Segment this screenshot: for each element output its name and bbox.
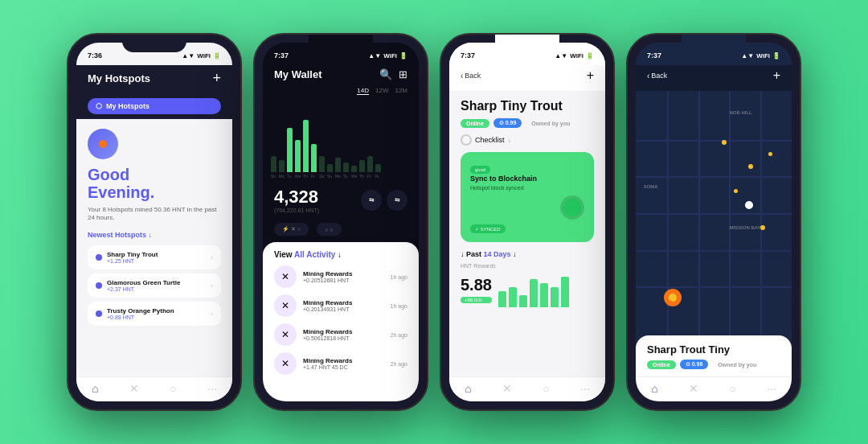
newest-hotspots-label[interactable]: Newest Hotspots ↓ [88, 231, 221, 239]
activity-time-0: 1h ago [391, 274, 407, 280]
greeting-line1: Good [88, 166, 129, 183]
wallet-amount: 4,328 [274, 187, 319, 208]
wallet-chart [263, 100, 419, 172]
back-button-4[interactable]: ‹ Back [647, 72, 667, 80]
tab-12w[interactable]: 12W [375, 87, 388, 95]
street-v4 [760, 91, 762, 335]
greeting-subtitle: Your 8 Hotspots mined 50.36 HNT in the p… [88, 206, 221, 223]
hotspots-tab-icon: ⬡ [96, 102, 102, 110]
hotspot-reward-1: +2.37 HNT [107, 286, 180, 292]
bottom-card-title: Sharp Trout Tiny [647, 343, 780, 356]
battery-icon-1: 🔋 [213, 52, 221, 60]
map-dot-3 [734, 189, 738, 193]
hotspot-reward-0: +1.25 HNT [107, 258, 158, 264]
notch-4 [682, 35, 746, 52]
map-dot-5 [760, 225, 765, 230]
map-area[interactable]: NOB HILL SOMA MISSION BAY [636, 91, 792, 335]
bar-6 [311, 144, 317, 172]
phone1-plus-button[interactable]: + [212, 70, 221, 87]
bar-4 [295, 140, 301, 172]
nav-bell-4[interactable]: ○ [729, 382, 735, 395]
wifi-icon-3: WiFi [570, 52, 583, 60]
map-dot-4 [768, 152, 772, 156]
phone1-header: My Hotspots + [76, 65, 232, 95]
hotspot-detail-title: Sharp Tiny Trout [461, 99, 594, 113]
activity-item-0[interactable]: ✕ Mining Rewards +0.20512681 HNT 1h ago [274, 265, 407, 288]
bar-5 [303, 120, 309, 172]
signal-icon-2: ▲▼ [368, 52, 381, 60]
phone4-plus[interactable]: + [773, 68, 780, 83]
map-label-soma: SOMA [644, 184, 658, 189]
bar-3 [287, 128, 293, 172]
tab-14d[interactable]: 14D [357, 87, 369, 95]
nav-home-1[interactable]: ⌂ [92, 382, 98, 395]
wallet-action-send[interactable]: ⚡ ✕ ○ [274, 223, 309, 236]
nav-tools-1[interactable]: ✕ [129, 382, 139, 395]
tab-12m[interactable]: 12M [395, 87, 407, 95]
owned-badge-4: Owned by you [712, 360, 762, 369]
hotspot-chevron-1: › [211, 282, 213, 290]
mini-bar-5 [540, 283, 548, 307]
time-2: 7:37 [274, 51, 289, 60]
nav-bell-3[interactable]: ○ [542, 382, 549, 395]
wifi-icon-1: WiFi [197, 52, 211, 60]
greeting-line2: Evening. [88, 183, 154, 201]
wallet-action-receive[interactable]: ○ ○ [317, 223, 341, 236]
sync-title: Sync to Blockchain [470, 175, 584, 183]
screen-1: 7:36 ▲▼ WiFi 🔋 My Hotspots + ⬡ My Hotspo… [76, 43, 232, 401]
nav-tools-4[interactable]: ✕ [689, 382, 698, 395]
hotspot-item-2[interactable]: Trusty Orange Python +0.89 HNT › [88, 302, 221, 326]
back-chevron-4: ‹ [647, 72, 649, 80]
activity-title: View All Activity ↓ [274, 250, 407, 259]
hotspot-item-0[interactable]: Sharp Tiny Trout +1.25 HNT › [88, 245, 221, 269]
nav-bell-1[interactable]: ○ [170, 382, 176, 395]
phone3-plus[interactable]: + [587, 68, 594, 83]
mini-chart [498, 275, 569, 307]
bar-14 [375, 164, 381, 172]
notch-3 [495, 35, 559, 52]
nav-home-3[interactable]: ⌂ [465, 382, 471, 395]
hotspot-item-1[interactable]: Glamorous Green Turtle +2.37 HNT › [88, 273, 221, 298]
bottom-nav-1: ⌂ ✕ ○ ··· [76, 376, 232, 401]
nav-dots-1[interactable]: ··· [207, 382, 217, 395]
activity-item-3[interactable]: ✕ Mining Rewards +1.47 HNT 45 DC 2h ago [274, 352, 407, 375]
map-dot-active [745, 201, 753, 209]
phone2-header: My Wallet 🔍 ⊞ [263, 65, 419, 87]
street-h3 [636, 213, 792, 215]
bar-12 [359, 160, 365, 172]
phone-4: 7:37 ▲▼ WiFi 🔋 ‹ Back + [626, 33, 801, 411]
checklist-row[interactable]: Checklist ↓ [461, 134, 594, 146]
hotspot-name-1: Glamorous Green Turtle [107, 279, 180, 286]
search-icon-wallet[interactable]: 🔍 [379, 68, 392, 80]
nav-tools-3[interactable]: ✕ [502, 382, 512, 395]
past-section-title: ↓ Past 14 Days ↓ [461, 250, 594, 258]
street-h2 [636, 176, 792, 178]
activity-item-2[interactable]: ✕ Mining Rewards +0.50612818 HNT 2h ago [274, 323, 407, 346]
wallet-btn-left[interactable]: ⇆ [361, 190, 382, 211]
hotspot-dot-2 [96, 310, 102, 317]
my-hotspots-tab[interactable]: ⬡ My Hotspots [88, 98, 221, 114]
greeting-text: Good Evening. [88, 166, 221, 201]
time-1: 7:36 [88, 51, 102, 60]
hnt-amount: 5.88 [461, 276, 492, 294]
user-avatar [88, 129, 118, 159]
checklist-chevron: ↓ [508, 137, 511, 144]
wallet-btn-right[interactable]: ⇆ [387, 190, 407, 211]
activity-item-1[interactable]: ✕ Mining Rewards +0.20134931 HNT 1h ago [274, 294, 407, 317]
mini-bar-6 [551, 287, 559, 307]
activity-time-2: 2h ago [391, 332, 407, 338]
phone1-title: My Hotspots [88, 72, 150, 84]
phone3-header: ‹ Back + [449, 65, 605, 91]
qr-icon-wallet[interactable]: ⊞ [399, 68, 407, 80]
phone-2: 7:37 ▲▼ WiFi 🔋 My Wallet 🔍 ⊞ 14D 12W 12M [253, 33, 428, 411]
back-button-3[interactable]: ‹ Back [461, 72, 481, 80]
nav-dots-3[interactable]: ··· [580, 382, 590, 395]
nav-dots-4[interactable]: ··· [767, 382, 776, 395]
nav-home-4[interactable]: ⌂ [651, 382, 657, 395]
signal-icon-1: ▲▼ [182, 52, 194, 60]
hotspot-chevron-0: › [211, 253, 213, 261]
screen-2: 7:37 ▲▼ WiFi 🔋 My Wallet 🔍 ⊞ 14D 12W 12M [263, 43, 419, 401]
sync-subtitle: Hotspot block synced [470, 185, 584, 191]
bottom-card: Sharp Trout Tiny Online ⊙ 0.98 Owned by … [636, 335, 792, 376]
wallet-title: My Wallet [274, 68, 321, 80]
